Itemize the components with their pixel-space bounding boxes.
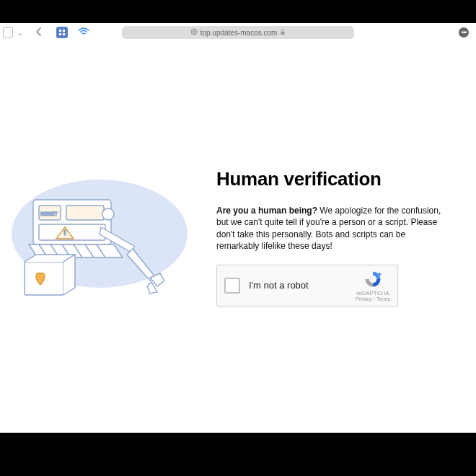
svg-rect-1	[63, 30, 65, 32]
toolbar-right-group: •••	[459, 27, 469, 38]
svg-rect-5	[281, 32, 285, 35]
page-title: Human verification	[216, 168, 447, 190]
description-text: Are you a human being? We apologize for …	[216, 205, 447, 252]
svg-rect-12	[64, 230, 66, 233]
letterbox-top	[0, 0, 476, 23]
svg-point-11	[64, 234, 66, 235]
more-options-button[interactable]: •••	[459, 27, 469, 38]
svg-rect-2	[59, 33, 61, 35]
recaptcha-label: I'm not a robot	[249, 280, 356, 291]
recaptcha-logo-icon	[363, 269, 383, 289]
extension-icon[interactable]	[56, 27, 68, 38]
url-text: top.updates-macos.com	[200, 29, 278, 37]
robot-illustration: RESET	[7, 165, 195, 309]
back-button[interactable]	[35, 27, 42, 39]
content-column: Human verification Are you a human being…	[195, 168, 454, 307]
svg-text:RESET: RESET	[40, 211, 58, 216]
browser-window: ⌄ top.updates-macos.com	[0, 23, 476, 433]
vpn-icon[interactable]	[78, 26, 89, 39]
sidebar-toggle-button[interactable]	[3, 27, 13, 38]
svg-point-13	[102, 208, 114, 220]
globe-icon	[190, 28, 198, 37]
toolbar-left-group: ⌄	[3, 26, 89, 39]
lead-bold: Are you a human being?	[216, 206, 317, 216]
svg-rect-0	[59, 30, 61, 32]
svg-marker-21	[378, 273, 382, 276]
address-bar[interactable]: top.updates-macos.com	[122, 26, 354, 39]
lock-icon	[280, 29, 286, 37]
recaptcha-legal[interactable]: Privacy - Terms	[356, 296, 390, 301]
page-content: RESET	[0, 42, 476, 433]
chevron-down-icon[interactable]: ⌄	[17, 29, 23, 37]
svg-rect-3	[63, 33, 65, 35]
svg-rect-8	[66, 206, 104, 220]
browser-toolbar: ⌄ top.updates-macos.com	[0, 23, 476, 42]
recaptcha-brand-text: reCAPTCHA	[356, 290, 389, 296]
recaptcha-widget: I'm not a robot reCAPTCHA Privacy - Term…	[216, 265, 398, 307]
robot-svg: RESET	[7, 165, 195, 309]
recaptcha-checkbox[interactable]	[224, 278, 240, 294]
recaptcha-brand: reCAPTCHA Privacy - Terms	[356, 269, 390, 301]
letterbox-bottom	[0, 433, 476, 476]
